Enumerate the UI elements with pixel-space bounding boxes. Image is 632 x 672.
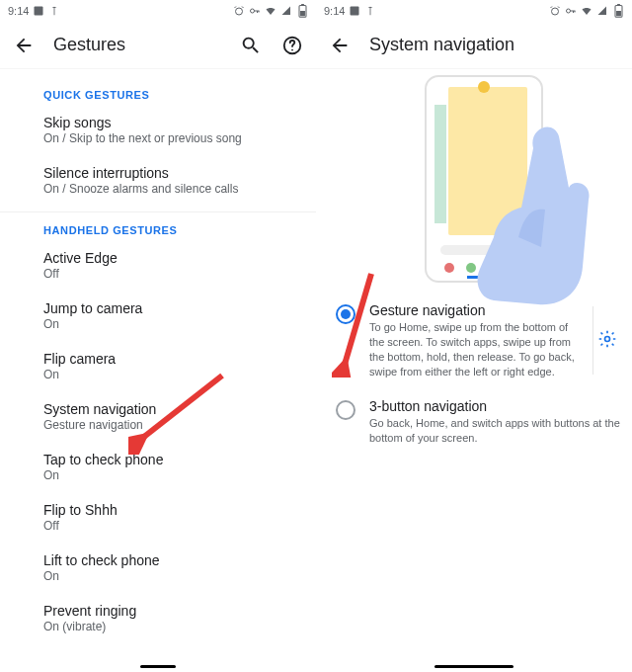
list-item-lift-to-check[interactable]: Lift to check phone On [0, 543, 316, 593]
option-title: 3-button navigation [369, 398, 620, 414]
signal-icon [596, 5, 608, 17]
item-sub: On [43, 569, 273, 583]
image-icon [349, 5, 360, 17]
svg-rect-7 [351, 7, 359, 16]
annotation-arrow-icon [128, 371, 227, 455]
svg-point-1 [236, 8, 243, 15]
status-time: 9:14 [8, 5, 29, 17]
alarm-icon [549, 5, 561, 17]
alarm-icon [233, 5, 245, 17]
svg-rect-5 [300, 11, 305, 16]
wifi-icon [581, 5, 592, 17]
list-item-skip-songs[interactable]: Skip songs On / Skip to the next or prev… [0, 105, 316, 155]
svg-line-15 [344, 274, 371, 368]
key-icon [249, 5, 261, 17]
item-sub: Off [43, 519, 273, 533]
status-time: 9:14 [324, 5, 345, 17]
svg-point-9 [567, 9, 571, 13]
image-icon [33, 5, 44, 17]
svg-rect-12 [616, 11, 621, 16]
gear-icon[interactable] [597, 329, 617, 353]
annotation-arrow-icon [332, 269, 381, 378]
svg-rect-0 [35, 7, 43, 16]
item-title: Active Edge [43, 250, 273, 266]
item-title: Lift to check phone [43, 552, 273, 568]
item-sub: On (vibrate) [43, 620, 273, 633]
item-title: Silence interruptions [43, 165, 273, 181]
list-item-flip-to-shhh[interactable]: Flip to Shhh Off [0, 492, 316, 543]
svg-line-14 [140, 376, 222, 440]
home-indicator[interactable] [140, 665, 176, 668]
item-title: Prevent ringing [43, 603, 273, 619]
hand-illustration [474, 119, 592, 306]
item-sub: On / Snooze alarms and silence calls [43, 182, 273, 196]
battery-icon [296, 5, 308, 17]
svg-point-8 [552, 8, 559, 15]
item-title: Flip camera [43, 351, 273, 367]
svg-rect-11 [617, 4, 620, 5]
item-sub: On [43, 317, 273, 331]
list-item-silence-interruptions[interactable]: Silence interruptions On / Snooze alarms… [0, 155, 316, 206]
page-title: System navigation [369, 35, 620, 55]
wifi-icon [265, 5, 276, 17]
radio-unselected-icon[interactable] [336, 400, 356, 420]
svg-point-13 [604, 336, 609, 341]
item-sub: On / Skip to the next or previous song [43, 131, 273, 145]
back-arrow-icon[interactable] [328, 34, 352, 57]
item-sub: Off [43, 267, 273, 281]
item-title: Jump to camera [43, 300, 273, 316]
home-indicator[interactable] [434, 665, 514, 668]
battery-icon [612, 5, 624, 17]
svg-point-2 [251, 9, 255, 13]
status-bar: 9:14 [0, 0, 316, 22]
tesla-icon [48, 5, 60, 17]
illustration [316, 69, 632, 293]
svg-rect-4 [301, 4, 304, 5]
help-icon[interactable] [280, 34, 304, 57]
app-bar: System navigation [316, 22, 632, 69]
search-icon[interactable] [239, 34, 263, 57]
tesla-icon [364, 5, 376, 17]
section-handheld-gestures: HANDHELD GESTURES [0, 212, 316, 240]
option-description: To go Home, swipe up from the bottom of … [369, 320, 577, 378]
page-title: Gestures [53, 35, 221, 55]
key-icon [565, 5, 577, 17]
item-sub: On [43, 468, 273, 482]
gestures-settings-pane: 9:14 [0, 0, 316, 672]
section-quick-gestures: QUICK GESTURES [0, 77, 316, 105]
back-arrow-icon[interactable] [12, 34, 36, 57]
item-title: Flip to Shhh [43, 502, 273, 518]
list-item-active-edge[interactable]: Active Edge Off [0, 240, 316, 291]
list-item-jump-to-camera[interactable]: Jump to camera On [0, 291, 316, 341]
signal-icon [280, 5, 292, 17]
status-bar: 9:14 [316, 0, 632, 22]
option-3-button-navigation[interactable]: 3-button navigation Go back, Home, and s… [316, 388, 632, 456]
item-title: Skip songs [43, 115, 273, 130]
app-bar: Gestures [0, 22, 316, 69]
list-item-prevent-ringing[interactable]: Prevent ringing On (vibrate) [0, 593, 316, 643]
option-description: Go back, Home, and switch apps with butt… [369, 416, 620, 446]
